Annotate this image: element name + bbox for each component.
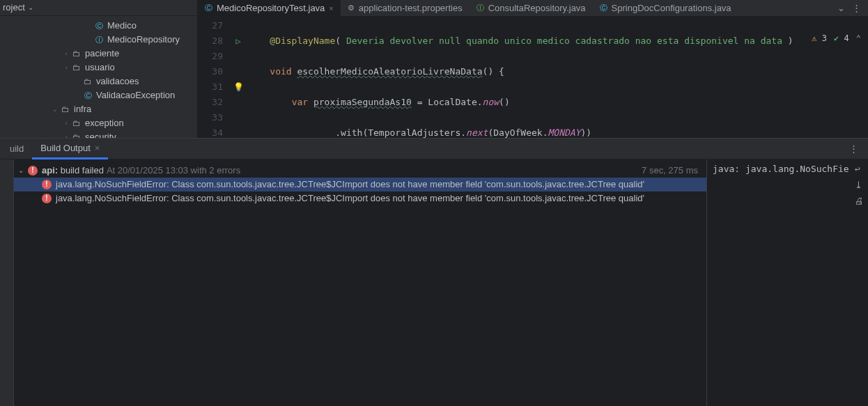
editor-tab[interactable]: ⚙application-test.properties	[341, 0, 470, 17]
error-icon: !	[42, 194, 52, 203]
tool-window-options-icon[interactable]: ⋮	[849, 143, 868, 154]
editor-tab[interactable]: ⒸMedicoRepositoryTest.java×	[198, 0, 341, 17]
tree-node-label: usuario	[85, 61, 115, 75]
inspection-indicators[interactable]: ⚠ 3 ✔ 4 ⌃	[812, 31, 861, 46]
project-tool-window: roject ⌄ ⒸMedicoⒾMedicoRepository›🗀pacie…	[0, 0, 198, 138]
tree-node-label: exception	[85, 116, 124, 130]
run-gutter-icon[interactable]: ▷	[235, 33, 240, 49]
error-message: java.lang.NoSuchFieldError: Class com.su…	[56, 192, 644, 205]
build-meta: At 20/01/2025 13:03 with 2 errors	[107, 164, 240, 178]
tree-node-label: infra	[74, 102, 91, 116]
tree-node-icon: Ⓒ	[82, 88, 93, 102]
tree-node-icon: 🗀	[71, 47, 82, 61]
tab-label: ConsultaRepository.java	[488, 3, 586, 13]
tree-node-label: MedicoRepository	[107, 33, 180, 47]
tree-item[interactable]: ›🗀paciente	[0, 47, 197, 61]
line-number: 32	[198, 95, 223, 110]
line-number: 31	[198, 79, 223, 95]
tree-node-icon: Ⓘ	[93, 33, 104, 47]
tab-build[interactable]: uild	[1, 139, 32, 159]
tree-item[interactable]: 🗀validacoes	[0, 75, 197, 88]
error-message: java.lang.NoSuchFieldError: Class com.su…	[56, 178, 644, 192]
code-content[interactable]: @DisplayName( Deveria devolver null quan…	[248, 17, 868, 138]
tree-node-icon: Ⓒ	[93, 19, 104, 33]
tree-arrow-icon: ›	[61, 47, 71, 61]
editor-area: ⒸMedicoRepositoryTest.java×⚙application-…	[198, 0, 868, 138]
gutter-icons: ▷ 💡	[228, 17, 248, 138]
tree-node-icon: 🗀	[71, 130, 82, 138]
line-number-gutter: 2728293031323334	[198, 17, 228, 138]
tab-build-output[interactable]: Build Output ×	[32, 139, 108, 159]
line-number: 29	[198, 49, 223, 64]
tree-item[interactable]: ›🗀usuario	[0, 61, 197, 75]
build-detail-panel: java: java.lang.NoSuchFie ↩ ⤓ 🖨	[706, 159, 868, 406]
tab-label: SpringDocConfigurations.java	[612, 3, 731, 13]
chevron-down-icon: ⌄	[28, 3, 33, 11]
line-number: 27	[198, 18, 223, 33]
tree-arrow-icon: ›	[61, 130, 71, 138]
file-type-icon: Ⓘ	[476, 3, 484, 13]
tree-item[interactable]: ›🗀exception	[0, 116, 197, 130]
tree-item[interactable]: ⒸMedico	[0, 19, 197, 33]
build-detail-text: java: java.lang.NoSuchFie	[713, 164, 849, 174]
tree-node-icon: 🗀	[71, 61, 82, 75]
line-number: 33	[198, 110, 223, 125]
tree-node-icon: 🗀	[60, 102, 71, 116]
expand-icon[interactable]: ⌃	[856, 31, 861, 46]
build-error-row[interactable]: ! java.lang.NoSuchFieldError: Class com.…	[14, 192, 706, 205]
checkmark-icon: ✔	[834, 33, 839, 43]
close-icon[interactable]: ×	[329, 4, 333, 13]
error-icon: !	[42, 180, 52, 189]
tree-node-icon: 🗀	[82, 75, 93, 88]
soft-wrap-icon[interactable]: ↩	[855, 164, 864, 174]
error-icon: !	[28, 166, 38, 175]
tree-node-icon: 🗀	[71, 116, 82, 130]
build-error-row[interactable]: ! java.lang.NoSuchFieldError: Class com.…	[14, 178, 706, 192]
tree-item[interactable]: ›🗀security	[0, 130, 197, 138]
tree-node-label: security	[85, 130, 116, 138]
editor-tab[interactable]: ⒸSpringDocConfigurations.java	[593, 0, 738, 17]
intention-bulb-icon[interactable]: 💡	[233, 79, 244, 95]
tree-arrow-icon: ›	[61, 61, 71, 75]
tree-item[interactable]: ⒸValidacaoException	[0, 88, 197, 102]
build-module-name: api:	[42, 165, 58, 175]
file-type-icon: Ⓒ	[205, 3, 212, 13]
more-tabs-icon[interactable]: ⌄	[837, 3, 845, 13]
warning-icon: ⚠	[812, 33, 816, 43]
tool-window-gutter	[0, 159, 14, 406]
chevron-down-icon[interactable]: ⌄	[18, 164, 28, 178]
tree-arrow-icon: ⌄	[50, 102, 60, 116]
line-number: 28	[198, 33, 223, 49]
build-root-row[interactable]: ⌄ ! api: build failed At 20/01/2025 13:0…	[14, 164, 706, 178]
editor-tabs: ⒸMedicoRepositoryTest.java×⚙application-…	[198, 0, 868, 17]
tab-options-icon[interactable]: ⋮	[852, 3, 861, 13]
tree-node-label: ValidacaoException	[96, 88, 175, 102]
build-output-tree: ⌄ ! api: build failed At 20/01/2025 13:0…	[14, 159, 706, 406]
project-dropdown[interactable]: roject ⌄	[0, 0, 197, 16]
tree-item[interactable]: ⒾMedicoRepository	[0, 33, 197, 47]
tree-item[interactable]: ⌄🗀infra	[0, 102, 197, 116]
line-number: 30	[198, 64, 223, 79]
file-type-icon: Ⓒ	[600, 3, 607, 13]
close-icon[interactable]: ×	[95, 143, 100, 153]
tree-node-label: paciente	[85, 47, 119, 61]
build-status: build failed	[61, 165, 104, 175]
build-tool-window: uild Build Output × ⋮ ⌄ ! api: build fai…	[0, 138, 868, 406]
print-icon[interactable]: 🖨	[855, 196, 864, 206]
tool-window-tabs: uild Build Output × ⋮	[0, 139, 868, 159]
editor-tab[interactable]: ⒾConsultaRepository.java	[470, 0, 593, 17]
build-duration: 7 sec, 275 ms	[642, 164, 698, 178]
scroll-to-end-icon[interactable]: ⤓	[855, 180, 864, 190]
tab-label: MedicoRepositoryTest.java	[217, 3, 325, 13]
project-label: roject	[3, 2, 25, 13]
tree-node-label: Medico	[107, 19, 137, 33]
tree-node-label: validacoes	[96, 75, 139, 88]
code-editor[interactable]: 2728293031323334 ▷ 💡 @DisplayName( Dever…	[198, 17, 868, 138]
line-number: 34	[198, 125, 223, 138]
tree-arrow-icon: ›	[61, 116, 71, 130]
file-type-icon: ⚙	[348, 3, 355, 13]
tab-label: application-test.properties	[359, 3, 463, 13]
project-tree: ⒸMedicoⒾMedicoRepository›🗀paciente›🗀usua…	[0, 16, 197, 138]
